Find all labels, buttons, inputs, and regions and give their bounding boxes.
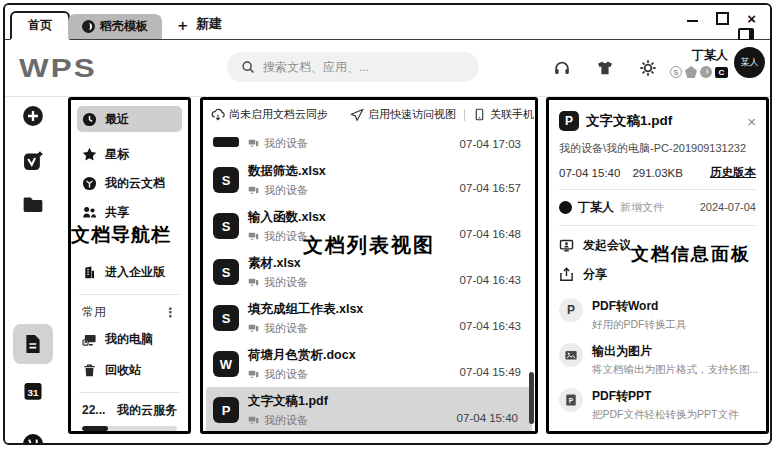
file-name: 填充成组工作表.xlsx [248, 301, 363, 318]
activity-row: 丁某人 新增文件 2024-07-04 [559, 198, 756, 216]
cloud-service-row[interactable]: 22... 我的云服务 [77, 401, 182, 419]
file-row[interactable]: S 数据筛选.xlsx 我的设备 07-04 16:57 [203, 157, 535, 203]
common-title: 常用 [82, 304, 106, 321]
xlsx-file-icon: S [213, 167, 239, 193]
detail-modified-time: 07-04 15:40 [559, 167, 620, 179]
quick-access-label: 启用快速访问视图 [368, 107, 456, 122]
export-image-icon [559, 343, 583, 367]
user-info: 丁某人 S C [670, 47, 728, 78]
tool-desc: 把PDF文件轻松转换为PPT文件 [592, 408, 738, 422]
settings-gear-icon[interactable] [639, 59, 657, 77]
clock-icon [82, 112, 97, 127]
rail-calendar-icon[interactable]: 31 [22, 380, 44, 402]
device-icon [248, 138, 259, 149]
link-phone-notice[interactable]: 关联手机，随身 [473, 107, 535, 122]
sidebar-shared-label: 共享 [105, 204, 129, 221]
maximize-icon[interactable] [716, 12, 729, 25]
file-row-selected[interactable]: P 文字文稿1.pdf 我的设备 07-04 15:40 [206, 387, 532, 433]
tab-home-label: 首页 [28, 17, 52, 34]
minimize-icon[interactable] [687, 20, 698, 22]
cloud-sync-notice[interactable]: 尚未启用文档云同步 [211, 107, 328, 122]
link-phone-label: 关联手机，随身 [490, 107, 535, 122]
share-button[interactable]: 分享 [559, 264, 756, 284]
detail-file-size: 291.03KB [632, 167, 683, 179]
search-icon [241, 60, 255, 74]
history-versions-link[interactable]: 历史版本 [710, 165, 756, 180]
rail-wps-drop-icon[interactable] [22, 433, 44, 445]
file-row-partial[interactable]: 我的设备 07-04 17:03 [203, 127, 535, 157]
detail-meta-row: 07-04 15:40 291.03KB 历史版本 [559, 165, 756, 180]
sidebar-item-enterprise[interactable]: 进入企业版 [77, 260, 182, 284]
support-headset-icon[interactable] [553, 59, 571, 77]
file-device-label: 我的设备 [264, 413, 308, 428]
divider [79, 392, 180, 393]
tool-export-image[interactable]: 输出为图片 将文档输出为图片格式，支持长图... [559, 343, 756, 377]
detail-title-row: P 文字文稿1.pdf × [559, 110, 756, 132]
header-icons [553, 59, 657, 77]
file-device-label: 我的设备 [264, 136, 308, 151]
wps-home-window: 首页 稻壳模板 ＋ 新建 × WPS 搜索文档、应用、... 丁 [3, 3, 772, 445]
meeting-screen-icon [559, 238, 574, 253]
cloud-usage-label: 22... [82, 403, 105, 417]
member-badge-s-icon: S [670, 66, 682, 78]
detail-title: 文字文稿1.pdf [586, 112, 672, 130]
rail-documents-icon[interactable] [22, 333, 44, 355]
tab-home[interactable]: 首页 [10, 11, 70, 40]
sidebar-item-recent[interactable]: 最近 [77, 106, 182, 132]
svg-text:P: P [569, 397, 574, 404]
tool-pdf-to-ppt[interactable]: P PDF转PPT 把PDF文件轻松转换为PPT文件 [559, 388, 756, 422]
tab-docer-template[interactable]: 稻壳模板 [68, 14, 162, 39]
new-tab-label: 新建 [196, 15, 222, 33]
sidebar-item-cloud-docs[interactable]: 我的云文档 [77, 171, 182, 195]
pdf-file-icon: P [213, 397, 239, 423]
file-name: 荷塘月色赏析.docx [248, 347, 356, 364]
search-placeholder: 搜索文档、应用、... [263, 59, 369, 76]
file-row[interactable]: S 填充成组工作表.xlsx 我的设备 07-04 16:43 [203, 295, 535, 341]
member-badge-super-icon: C [715, 67, 728, 78]
tool-name: PDF转PPT [592, 388, 738, 405]
doc-list-panel: 尚未启用文档云同步 启用快速访问视图 关联手机，随身 我的设备 07-04 17 [200, 97, 538, 434]
file-row[interactable]: W 荷塘月色赏析.docx 我的设备 07-04 15:49 [203, 341, 535, 387]
search-box[interactable]: 搜索文档、应用、... [227, 52, 479, 82]
share-icon [559, 267, 574, 282]
theme-skin-icon[interactable] [596, 59, 614, 77]
sidebar-my-computer-label: 我的电脑 [105, 331, 153, 348]
sidebar-item-my-computer[interactable]: 我的电脑 [77, 327, 182, 351]
close-icon[interactable]: × [747, 11, 756, 26]
app-header: WPS 搜索文档、应用、... 丁某人 S C 某人 [5, 40, 770, 97]
enterprise-icon [82, 265, 97, 280]
file-icon-cut [213, 137, 239, 147]
sidebar-item-recycle-bin[interactable]: 回收站 [77, 358, 182, 382]
new-tab-button[interactable]: ＋ 新建 [175, 15, 222, 33]
xlsx-file-icon: S [213, 213, 239, 239]
file-name: 文字文稿1.pdf [248, 393, 328, 410]
scrollbar-thumb[interactable] [529, 372, 534, 424]
plus-icon: ＋ [175, 17, 190, 32]
file-name: 数据筛选.xlsx [248, 163, 326, 180]
star-icon [82, 147, 97, 162]
more-menu-icon[interactable]: ⋮ [164, 305, 177, 320]
avatar[interactable]: 某人 [734, 47, 765, 78]
sidebar-recycle-bin-label: 回收站 [105, 362, 141, 379]
file-time: 07-04 17:03 [460, 138, 521, 150]
people-icon [82, 205, 97, 220]
annotation-doc-list: 文档列表视图 [303, 232, 435, 259]
cloud-sync-icon [211, 108, 225, 122]
list-header-bar: 尚未启用文档云同步 启用快速访问视图 关联手机，随身 [203, 100, 535, 127]
sidebar-item-starred[interactable]: 星标 [77, 142, 182, 166]
sidebar-enterprise-label: 进入企业版 [105, 264, 165, 281]
sidebar-item-shared[interactable]: 共享 [77, 200, 182, 224]
tool-name: 输出为图片 [592, 343, 758, 360]
rail-template-icon[interactable] [22, 150, 44, 172]
rail-new-plus-icon[interactable] [22, 105, 44, 127]
quick-access-notice[interactable]: 启用快速访问视图 [350, 107, 456, 122]
pdf-to-word-icon: P [559, 298, 583, 322]
rail-folder-icon[interactable] [22, 193, 44, 215]
user-account[interactable]: 丁某人 S C 某人 [670, 47, 765, 78]
doc-nav-panel: 最近 星标 我的云文档 共享 进入企业版 常用 ⋮ 我的电脑 回收站 [68, 97, 191, 434]
window-controls: × [687, 11, 756, 26]
device-icon [248, 415, 259, 426]
tool-pdf-to-word[interactable]: P PDF转Word 好用的PDF转换工具 [559, 298, 756, 332]
close-panel-icon[interactable]: × [747, 114, 756, 129]
file-name: 输入函数.xlsx [248, 209, 326, 226]
